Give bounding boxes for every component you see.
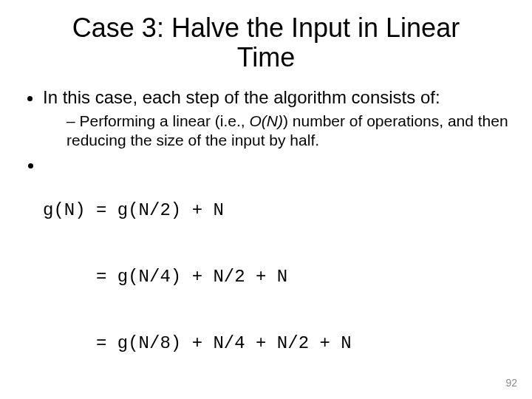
bullet-1a: Performing a linear (i.e., O(N)) number … (66, 112, 510, 151)
code-block: g(N) = g(N/2) + N = g(N/4) + N/2 + N = g… (43, 155, 510, 399)
page-number: 92 (505, 377, 517, 389)
on-notation: O(N) (249, 112, 283, 129)
slide-title: Case 3: Halve the Input in Linear Time (66, 13, 466, 72)
bullet-1: In this case, each step of the algorithm… (43, 86, 510, 151)
slide: Case 3: Halve the Input in Linear Time I… (0, 0, 532, 399)
code-line-3: = g(N/8) + N/4 + N/2 + N (43, 332, 510, 355)
bullet-list: In this case, each step of the algorithm… (22, 86, 510, 399)
code-line-2: = g(N/4) + N/2 + N (43, 266, 510, 288)
bullet-1-text: In this case, each step of the algorithm… (43, 87, 440, 107)
code-line-1: g(N) = g(N/2) + N (43, 200, 510, 222)
bullet-1a-pre: Performing a linear (i.e., (80, 112, 250, 129)
